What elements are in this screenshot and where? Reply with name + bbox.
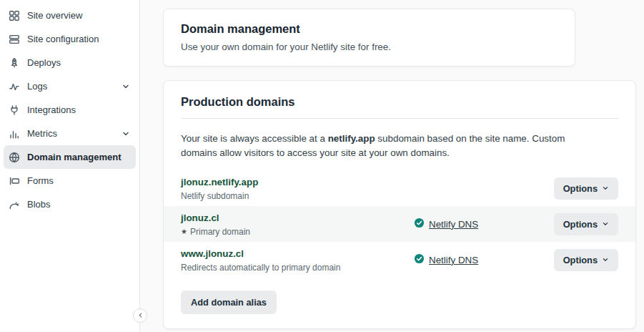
production-domains-card: Production domains Your site is always a… (163, 80, 636, 329)
sidebar-item-deploys[interactable]: Deploys (4, 51, 136, 74)
domain-row: www.jlonuz.cl Redirects automatically to… (164, 242, 635, 278)
grid-icon (9, 10, 20, 21)
chevron-left-icon (137, 311, 144, 321)
domain-note: ★ Primary domain (181, 227, 414, 237)
domain-row: jlonuz.netlify.app Netlify subdomain Opt… (164, 170, 635, 206)
domain-row: jlonuz.cl ★ Primary domain Netlify DNS O… (164, 206, 635, 242)
globe-icon (9, 152, 20, 163)
chevron-down-icon (602, 220, 609, 228)
sidebar-item-domain-management[interactable]: Domain management (4, 145, 136, 169)
chevron-down-icon (602, 185, 609, 192)
production-domains-description: Your site is always accessible at a netl… (181, 132, 578, 160)
blob-icon (9, 199, 20, 210)
main-content: Domain management Use your own domain fo… (140, 0, 644, 332)
domain-note: Redirects automatically to primary domai… (181, 263, 414, 273)
sidebar-item-label: Forms (27, 175, 54, 186)
domain-management-header-card: Domain management Use your own domain fo… (163, 9, 575, 67)
dns-badge: Netlify DNS (414, 253, 478, 267)
star-icon: ★ (181, 228, 187, 235)
sidebar-item-blobs[interactable]: Blobs (4, 192, 136, 216)
rocket-icon (9, 57, 20, 69)
chevron-down-icon (602, 256, 609, 263)
dns-badge: Netlify DNS (414, 218, 478, 231)
page-title: Domain management (181, 22, 558, 36)
sidebar-item-site-configuration[interactable]: Site configuration (4, 27, 136, 51)
options-button[interactable]: Options (554, 213, 618, 235)
sidebar-item-label: Blobs (27, 199, 51, 210)
plug-icon (9, 104, 20, 116)
sidebar-item-label: Domain management (27, 152, 121, 162)
add-domain-alias-button[interactable]: Add domain alias (181, 290, 277, 314)
chevron-down-icon[interactable] (122, 130, 130, 138)
sidebar-item-label: Logs (27, 81, 47, 92)
check-circle-icon (414, 218, 425, 231)
sidebar-item-forms[interactable]: Forms (4, 169, 136, 192)
bar-chart-icon (9, 128, 20, 140)
sidebar-collapse-button[interactable] (133, 308, 147, 323)
sidebar-item-integrations[interactable]: Integrations (4, 98, 136, 122)
divider (181, 118, 618, 119)
domain-link[interactable]: jlonuz.cl (181, 213, 219, 223)
sidebar-item-label: Deploys (27, 57, 61, 68)
domain-link[interactable]: jlonuz.netlify.app (181, 177, 258, 187)
sidebar: Site overview Site configuration Deploys… (0, 0, 140, 332)
sidebar-item-label: Metrics (27, 128, 57, 139)
sidebar-nav: Site overview Site configuration Deploys… (0, 4, 139, 216)
netlify-dns-link[interactable]: Netlify DNS (429, 255, 478, 265)
sidebar-item-label: Site overview (27, 10, 82, 21)
domain-note: Netlify subdomain (181, 191, 414, 201)
production-domains-title: Production domains (181, 95, 618, 109)
sidebar-item-label: Site configuration (27, 34, 99, 44)
server-icon (9, 34, 20, 45)
sidebar-item-metrics[interactable]: Metrics (4, 122, 136, 145)
form-icon (9, 175, 20, 187)
check-circle-icon (414, 253, 425, 267)
sidebar-item-label: Integrations (27, 104, 76, 115)
options-button[interactable]: Options (554, 177, 618, 200)
sidebar-item-logs[interactable]: Logs (4, 74, 136, 98)
domain-list: jlonuz.netlify.app Netlify subdomain Opt… (181, 170, 618, 278)
page-subtitle: Use your own domain for your Netlify sit… (181, 42, 558, 52)
netlify-dns-link[interactable]: Netlify DNS (429, 219, 478, 230)
activity-icon (9, 81, 20, 92)
sidebar-item-site-overview[interactable]: Site overview (4, 4, 136, 27)
chevron-down-icon[interactable] (122, 82, 130, 91)
options-button[interactable]: Options (554, 249, 618, 271)
domain-link[interactable]: www.jlonuz.cl (181, 248, 244, 259)
